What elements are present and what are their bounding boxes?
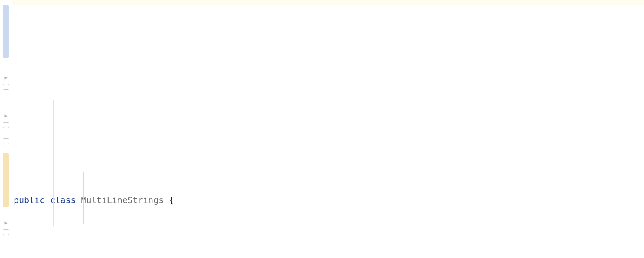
keyword-class: class	[50, 191, 76, 209]
fold-house-icon[interactable]	[0, 229, 12, 235]
code-text-area[interactable]: public class MultiLineStrings { public v…	[12, 0, 644, 258]
fold-triangle-icon[interactable]: ▶	[0, 113, 12, 118]
continuation-guide	[83, 172, 84, 224]
keyword-public: public	[14, 191, 45, 209]
fold-house-icon[interactable]	[0, 138, 12, 144]
fold-triangle-icon[interactable]: ▶	[0, 75, 12, 80]
fold-triangle-icon[interactable]: ▶	[0, 220, 12, 225]
fold-box-icon[interactable]	[0, 84, 12, 90]
brace-open: {	[164, 191, 174, 209]
fold-box-icon[interactable]	[0, 122, 12, 128]
code-line: public class MultiLineStrings {	[14, 191, 644, 209]
editor-gutter[interactable]: ▶ ▶ ▶	[0, 0, 12, 258]
gutter-selection-marker	[3, 5, 9, 58]
code-editor: ▶ ▶ ▶ public class MultiLineStrings { pu…	[0, 0, 644, 258]
class-name: MultiLineStrings	[81, 191, 164, 209]
gutter-warning-marker	[3, 153, 9, 207]
indent-guide	[53, 100, 54, 226]
